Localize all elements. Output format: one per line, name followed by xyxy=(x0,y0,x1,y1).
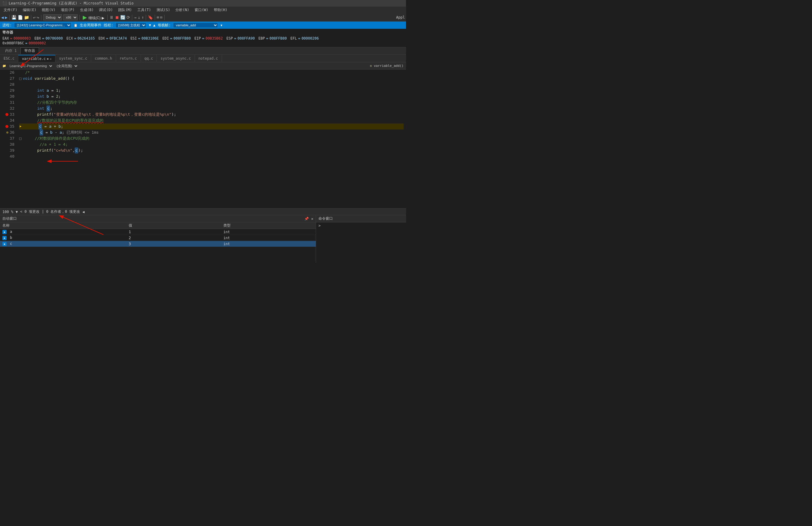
auto-window-icons: 📌 ✕ xyxy=(304,217,313,221)
code-content: /* □ void varriable_add () { int xyxy=(17,70,406,208)
code-line-38: //a + 1 = 4; xyxy=(19,142,404,147)
tab-qq[interactable]: qq.c xyxy=(141,55,157,62)
var-c-value: 3 xyxy=(126,241,221,247)
zoom-level: 100 % xyxy=(2,210,13,214)
platform-select[interactable]: x86 xyxy=(63,14,78,20)
tab-registers[interactable]: 寄存器 xyxy=(20,47,39,54)
bottom-section: 自动窗口 📌 ✕ 名称 值 类型 ◆ xyxy=(0,215,406,263)
code-line-28 xyxy=(19,82,404,88)
editor-breadcrumb: 📁 Learning-C-Programming (全局范围) ⊙ varria… xyxy=(0,62,406,70)
menu-tools[interactable]: 工具(T) xyxy=(135,7,154,13)
title-bar: ⬛ Learning-C-Programming (正在调试) - Micros… xyxy=(0,0,406,6)
col-name: 名称 xyxy=(0,222,126,229)
scope-select[interactable]: (全局范围) xyxy=(54,63,78,69)
close-panel-icon[interactable]: ✕ xyxy=(311,217,313,221)
tab-system-sync[interactable]: system_sync.c xyxy=(56,55,91,62)
code-status-bar: 100 % ▼ < 0 项更改 | 0 名作者，0 项更改 ◀ xyxy=(0,208,406,215)
debug-config-select[interactable]: Debug xyxy=(43,14,62,20)
command-window: 命令窗口 > xyxy=(316,215,406,263)
main-toolbar: ◀ ▶ 💾 📄 📁 ↩ ↪ Debug x86 ▶ 继续(C) ▶ ⏸ ⏹ 🔄 … xyxy=(0,13,406,21)
menu-analyze[interactable]: 分析(N) xyxy=(173,7,192,13)
menu-test[interactable]: 测试(S) xyxy=(154,7,173,13)
auto-window-titlebar: 自动窗口 📌 ✕ xyxy=(0,215,316,222)
menu-project[interactable]: 项目(P) xyxy=(58,7,77,13)
tab-varriable-close[interactable]: ✕ xyxy=(50,57,52,60)
tab-system-sync-label: system_sync.c xyxy=(59,56,87,60)
auto-row-c[interactable]: ◆ c 3 int xyxy=(0,241,316,247)
process-select[interactable]: [12432] Learning-C-Programmi... xyxy=(14,23,71,28)
var-c-type: int xyxy=(221,241,316,247)
tab-esc-label: ESC.c xyxy=(4,56,14,60)
menu-team[interactable]: 团队(M) xyxy=(116,7,134,13)
code-line-34: //数据的运算是在CPU的寄存器完成的 xyxy=(19,117,404,123)
auto-window: 自动窗口 📌 ✕ 名称 值 类型 ◆ xyxy=(0,215,316,263)
main-layout: 寄存器 EAX = 00000003 EBX = 00706000 ECX = … xyxy=(0,29,406,263)
menu-file[interactable]: 文件(F) xyxy=(1,7,20,13)
register-row-2: 0x008FFB6C = 00000002 xyxy=(2,41,404,45)
menu-help[interactable]: 帮助(H) xyxy=(212,7,230,13)
auto-row-b[interactable]: ◆ b 2 int xyxy=(0,235,316,241)
stack-select[interactable]: varriable_add xyxy=(173,23,218,28)
tab-notepad[interactable]: notepad.c xyxy=(195,55,222,62)
command-prompt[interactable]: > xyxy=(316,222,406,229)
code-line-32: int c ; xyxy=(19,105,404,112)
nav-prev[interactable]: ◀ xyxy=(83,210,85,214)
code-line-30: int b = 2 ; xyxy=(19,93,404,100)
var-a-name: ◆ a xyxy=(0,229,126,235)
tab-varriable-label: varriable.c xyxy=(22,57,46,61)
menu-debug[interactable]: 调试(D) xyxy=(97,7,115,13)
code-line-33: printf ( "变量a的地址是%p\t，变量b的地址是%p\t，变量c的地址… xyxy=(19,112,404,117)
function-label: varriable_add() xyxy=(374,64,404,68)
code-line-29: int a = 1 ; xyxy=(19,88,404,93)
code-scroll[interactable]: 26 27 28 29 30 31 32 33 34 35 ⊙ 36 xyxy=(0,70,406,208)
tab-memory1[interactable]: 内存 1 xyxy=(1,47,20,54)
menu-edit[interactable]: 编辑(E) xyxy=(20,7,39,13)
var-a-value: 1 xyxy=(126,229,221,235)
continue-button[interactable]: ▶ 继续(C) ▶ xyxy=(82,14,105,21)
tab-common[interactable]: common.h xyxy=(91,55,116,62)
tab-notepad-label: notepad.c xyxy=(199,56,218,60)
debug-bar: 进程: [12432] Learning-C-Programmi... 📋 生命… xyxy=(0,21,406,29)
tab-varriable[interactable]: varriable.c ● ✕ xyxy=(18,55,56,62)
tab-qq-label: qq.c xyxy=(145,56,153,60)
thread-select[interactable]: [16588] 主线程 xyxy=(115,23,146,28)
zoom-dropdown[interactable]: ▼ xyxy=(16,210,18,214)
code-editor: 26 27 28 29 30 31 32 33 34 35 ⊙ 36 xyxy=(0,70,406,208)
code-line-39: printf ( "c=%d\n" , c ); xyxy=(19,147,404,154)
code-line-36: c = b - a ; 已用时间 <= 1ms xyxy=(19,130,404,135)
auto-window-title: 自动窗口 xyxy=(2,216,17,221)
memory-tab-bar: 内存 1 寄存器 xyxy=(0,47,406,55)
tab-common-label: common.h xyxy=(95,56,112,60)
var-b-value: 2 xyxy=(126,235,221,241)
changes-info: < 0 项更改 | 0 名作者，0 项更改 xyxy=(20,209,80,214)
title-text: Learning-C-Programming (正在调试) - Microsof… xyxy=(9,1,133,6)
auto-table: 名称 值 类型 ◆ a 1 int xyxy=(0,222,316,247)
lifecycle-label: 生命周期事件 xyxy=(80,23,101,28)
process-label: 进程: xyxy=(2,23,12,28)
editor-tab-bar: ESC.c varriable.c ● ✕ system_sync.c comm… xyxy=(0,55,406,62)
tab-return[interactable]: return.c xyxy=(116,55,141,62)
register-title: 寄存器 xyxy=(2,30,404,35)
code-line-40 xyxy=(19,154,404,159)
var-b-icon: ◆ xyxy=(2,236,6,240)
menu-view[interactable]: 视图(V) xyxy=(39,7,58,13)
command-window-titlebar: 命令窗口 xyxy=(316,215,406,222)
code-line-27: □ void varriable_add () { xyxy=(19,75,404,82)
auto-row-a[interactable]: ◆ a 1 int xyxy=(0,229,316,235)
tab-esc[interactable]: ESC.c xyxy=(0,55,18,62)
tab-return-label: return.c xyxy=(120,56,137,60)
tab-modified-icon: ● xyxy=(47,57,48,60)
menu-window[interactable]: 窗口(W) xyxy=(192,7,211,13)
register-panel: 寄存器 EAX = 00000003 EBX = 00706000 ECX = … xyxy=(0,29,406,47)
project-select[interactable]: Learning-C-Programming xyxy=(7,63,53,69)
line-numbers-gutter: 26 27 28 29 30 31 32 33 34 35 ⊙ 36 xyxy=(0,70,17,208)
menu-build[interactable]: 生成(B) xyxy=(78,7,96,13)
code-line-26: /* xyxy=(19,70,404,75)
col-value: 值 xyxy=(126,222,221,229)
tab-system-async[interactable]: system_async.c xyxy=(157,55,194,62)
menu-bar: 文件(F) 编辑(E) 视图(V) 项目(P) 生成(B) 调试(D) 团队(M… xyxy=(0,6,406,13)
tab-system-async-label: system_async.c xyxy=(160,56,191,60)
pin-icon[interactable]: 📌 xyxy=(304,217,309,221)
var-a-type: int xyxy=(221,229,316,235)
command-window-title: 命令窗口 xyxy=(318,216,333,221)
